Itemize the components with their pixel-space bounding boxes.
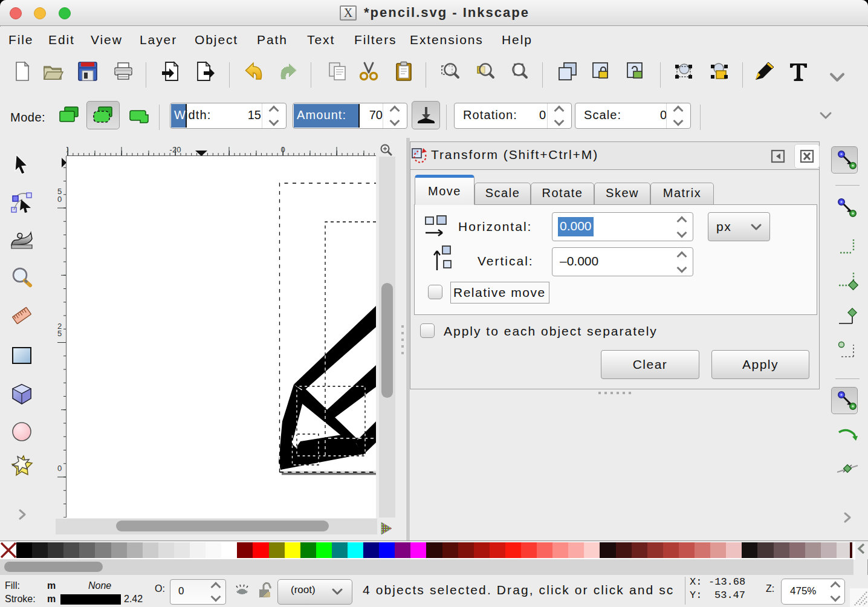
svg-text:5: 5 [57, 329, 62, 338]
svg-text:0: 0 [57, 195, 62, 204]
svg-text:-20: -20 [170, 145, 181, 154]
svg-text:0: 0 [57, 464, 62, 473]
svg-text:-40: -40 [66, 145, 68, 154]
svg-text:0: 0 [280, 145, 285, 154]
